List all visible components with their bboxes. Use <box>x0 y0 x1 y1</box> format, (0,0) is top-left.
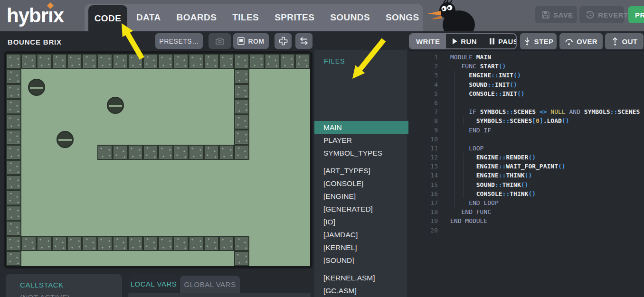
screenshot-button[interactable] <box>208 33 231 49</box>
run-button[interactable]: RUN <box>446 34 483 48</box>
file-item-generated[interactable]: [GENERATED] <box>314 203 407 215</box>
code-line: CONSOLE::THINK() <box>450 189 640 198</box>
tab-code[interactable]: CODE <box>88 5 127 31</box>
wall-tile <box>173 145 189 160</box>
code-line <box>450 98 640 107</box>
file-item-io[interactable]: [IO] <box>314 215 407 228</box>
swap-button[interactable] <box>295 33 313 49</box>
wall-tile <box>6 190 21 205</box>
wall-tile <box>234 114 249 130</box>
run-label: RUN <box>461 37 477 46</box>
save-button[interactable]: SAVE <box>535 6 577 23</box>
wall-tile <box>204 54 219 69</box>
wall-tile <box>189 54 204 69</box>
game-canvas[interactable] <box>6 54 310 266</box>
dpad-icon <box>279 37 288 46</box>
file-item-main[interactable]: MAIN <box>314 121 413 134</box>
file-item-art-types[interactable]: [ART_TYPES] <box>314 164 407 177</box>
line-number: 7 <box>408 107 438 116</box>
file-item-console[interactable]: [CONSOLE] <box>314 177 407 190</box>
presets-button[interactable]: PRESETS… <box>155 33 203 49</box>
project-title: BOUNCE BRIX <box>8 38 62 46</box>
line-number: 17 <box>408 198 438 207</box>
wall-tile <box>143 236 158 251</box>
present-button[interactable]: PR <box>628 6 644 23</box>
file-item-jamdac[interactable]: [JAMDAC] <box>314 228 407 241</box>
rom-button[interactable]: ROM <box>233 33 269 49</box>
wall-tile <box>6 54 21 69</box>
tab-songs[interactable]: SONGS <box>386 12 419 23</box>
file-item-engine[interactable]: [ENGINE] <box>314 190 407 203</box>
code-line: ENGINE::THINK() <box>450 171 640 180</box>
step-label: STEP <box>534 37 554 46</box>
wall-tile <box>6 251 21 266</box>
wall-tile <box>204 236 219 251</box>
tab-data[interactable]: DATA <box>136 12 161 23</box>
code-line <box>450 135 640 144</box>
revert-button[interactable]: REVERT <box>579 6 624 23</box>
editor-gutter: 1234567891011121314151617181920 <box>408 53 438 235</box>
tab-sounds[interactable]: SOUNDS <box>330 12 370 23</box>
wall-tile <box>6 175 21 190</box>
line-number: 5 <box>408 89 438 98</box>
file-item-sound[interactable]: [SOUND] <box>314 254 407 267</box>
line-number: 16 <box>408 189 438 198</box>
over-button[interactable]: OVER <box>559 33 603 49</box>
file-item-player[interactable]: PLAYER <box>314 134 407 147</box>
wall-tile <box>6 145 21 160</box>
code-line: LOOP <box>450 144 640 153</box>
wall-tile <box>234 130 249 145</box>
disc-sprite <box>28 79 45 96</box>
files-panel: FILES MAINPLAYERSYMBOL_TYPES[ART_TYPES][… <box>314 50 407 297</box>
wall-tile <box>6 221 21 236</box>
tab-tiles[interactable]: TILES <box>232 12 259 23</box>
file-item-kernel[interactable]: [KERNEL] <box>314 241 407 254</box>
pause-label: PAUSE <box>498 37 517 46</box>
editor-mode-group: WRITE RUN PAUSE <box>409 33 517 49</box>
pause-button[interactable]: PAUSE <box>483 34 517 48</box>
step-button[interactable]: STEP <box>520 33 557 49</box>
file-item-gc-asm[interactable]: [GC.ASM] <box>314 284 407 297</box>
wall-tile <box>143 145 158 160</box>
wall-tile <box>234 251 249 266</box>
code-editor[interactable]: 1234567891011121314151617181920 MODULE M… <box>408 50 644 297</box>
out-button[interactable]: OUT <box>605 33 644 49</box>
files-header: FILES <box>324 57 345 65</box>
gamepad-button[interactable] <box>275 33 292 49</box>
code-line: END LOOP <box>450 198 640 207</box>
write-mode-button[interactable]: WRITE <box>410 34 446 48</box>
wall-tile <box>113 145 128 160</box>
tab-global-vars[interactable]: GLOBAL VARS <box>180 276 240 293</box>
wall-tile <box>6 84 21 99</box>
line-number: 19 <box>408 216 438 225</box>
wall-tile <box>219 54 234 69</box>
wall-tile <box>219 145 234 160</box>
wall-tile <box>6 236 21 251</box>
file-item-kernel-asm[interactable]: [KERNEL.ASM] <box>314 271 407 284</box>
wall-tile <box>6 205 21 221</box>
line-number: 3 <box>408 71 438 80</box>
file-item-symbol-types[interactable]: SYMBOL_TYPES <box>314 147 407 159</box>
tab-boards[interactable]: BOARDS <box>177 12 217 23</box>
line-number: 1 <box>408 53 438 62</box>
wall-tile <box>158 54 173 69</box>
main-nav: CODE DATA BOARDS TILES SPRITES SOUNDS SO… <box>85 4 423 31</box>
rom-icon <box>237 37 245 45</box>
line-number: 13 <box>408 162 438 171</box>
files-list: MAINPLAYERSYMBOL_TYPES[ART_TYPES][CONSOL… <box>314 121 407 297</box>
game-preview-frame <box>4 51 313 269</box>
wall-tile <box>249 54 265 69</box>
wall-tile <box>21 236 37 251</box>
wall-tile <box>82 54 97 69</box>
wall-tile <box>6 160 21 175</box>
wall-tile <box>158 145 173 160</box>
line-number: 9 <box>408 126 438 135</box>
tab-local-vars[interactable]: LOCAL VARS <box>129 274 178 293</box>
disc-sprite <box>107 97 124 114</box>
wall-tile <box>113 54 128 69</box>
tab-sprites[interactable]: SPRITES <box>275 12 314 23</box>
wall-tile <box>234 236 249 251</box>
app-window: hybrıx CODE DATA BOARDS TILES SPRITES SO… <box>0 0 644 297</box>
code-line: IF SYMBOLS::SCENES <> NULL AND SYMBOLS::… <box>450 107 640 116</box>
wall-tile <box>173 236 189 251</box>
